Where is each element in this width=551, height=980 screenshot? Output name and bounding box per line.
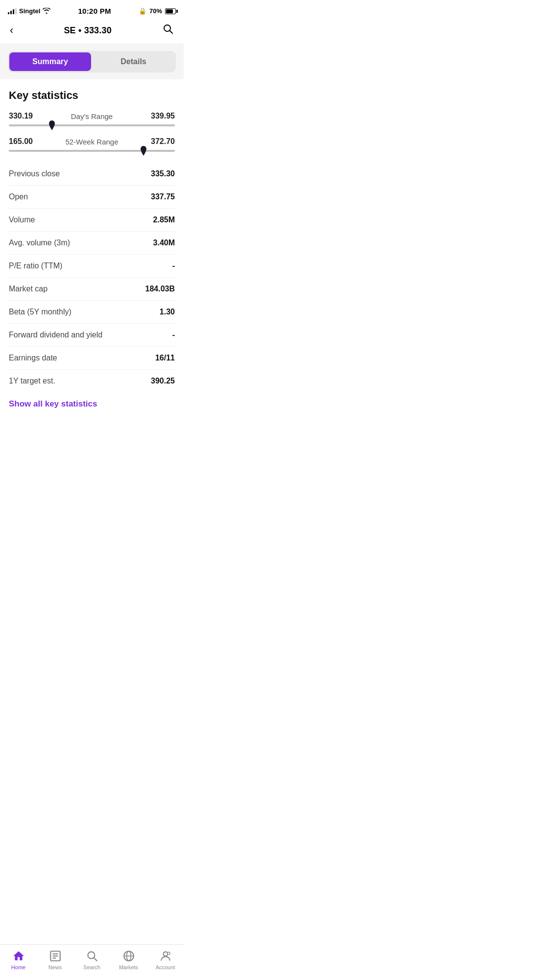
stat-row-open: Open 337.75 (9, 186, 175, 209)
stat-row-pe-ratio: P/E ratio (TTM) - (9, 255, 175, 278)
signal-bars-icon (8, 8, 17, 14)
week-range-track (9, 150, 175, 152)
status-left: Singtel (8, 7, 50, 15)
svg-line-1 (170, 31, 173, 34)
stat-label: Forward dividend and yield (9, 331, 102, 339)
stat-label: Volume (9, 215, 35, 224)
tabs: Summary Details (8, 51, 176, 72)
stat-row-earnings-date: Earnings date 16/11 (9, 347, 175, 370)
stat-label: Previous close (9, 169, 60, 178)
stat-row-market-cap: Market cap 184.03B (9, 278, 175, 301)
stat-value: 3.40M (153, 239, 175, 247)
stat-label: 1Y target est. (9, 377, 55, 385)
stat-label: Market cap (9, 285, 48, 293)
days-range-high: 339.95 (151, 112, 175, 120)
status-time: 10:20 PM (78, 7, 111, 15)
week-range-label: 52-Week Range (65, 138, 118, 146)
header-search-button[interactable] (162, 23, 174, 38)
week-range-low: 165.00 (9, 137, 33, 146)
stat-label: Beta (5Y monthly) (9, 308, 72, 316)
stat-label: Open (9, 192, 28, 201)
lock-icon: 🔒 (139, 7, 146, 15)
status-bar: Singtel 10:20 PM 🔒 70% (0, 0, 184, 19)
main-content: Key statistics 330.19 Day's Range 339.95… (0, 79, 184, 473)
stats-list: Previous close 335.30 Open 337.75 Volume… (9, 163, 175, 392)
days-range-section: 330.19 Day's Range 339.95 (9, 112, 175, 126)
stat-value: 16/11 (155, 354, 175, 362)
stat-row-beta: Beta (5Y monthly) 1.30 (9, 301, 175, 324)
week-range-section: 165.00 52-Week Range 372.70 (9, 137, 175, 152)
stat-value: 2.85M (153, 215, 175, 224)
week-range-header: 165.00 52-Week Range 372.70 (9, 137, 175, 146)
days-range-label: Day's Range (71, 112, 113, 120)
show-all-key-statistics-button[interactable]: Show all key statistics (9, 392, 175, 419)
stat-row-volume: Volume 2.85M (9, 209, 175, 232)
status-right: 🔒 70% (139, 7, 176, 15)
stat-row-target: 1Y target est. 390.25 (9, 370, 175, 392)
back-button[interactable]: ‹ (10, 24, 13, 37)
stat-row-dividend: Forward dividend and yield - (9, 324, 175, 347)
days-range-header: 330.19 Day's Range 339.95 (9, 112, 175, 120)
days-range-low: 330.19 (9, 112, 33, 120)
carrier-label: Singtel (19, 7, 40, 15)
stat-value: - (172, 331, 175, 339)
battery-percent: 70% (149, 7, 162, 15)
stat-label: P/E ratio (TTM) (9, 262, 62, 270)
header: ‹ SE • 333.30 (0, 19, 184, 44)
section-title: Key statistics (9, 89, 175, 102)
tab-details[interactable]: Details (93, 52, 174, 71)
stat-row-avg-volume: Avg. volume (3m) 3.40M (9, 232, 175, 255)
stat-row-previous-close: Previous close 335.30 (9, 163, 175, 186)
week-range-thumb (140, 146, 147, 156)
stat-value: 1.30 (160, 308, 175, 316)
tab-summary[interactable]: Summary (9, 52, 91, 71)
stat-value: 184.03B (145, 285, 175, 293)
stat-label: Avg. volume (3m) (9, 239, 70, 247)
header-title: SE • 333.30 (64, 25, 112, 36)
stat-label: Earnings date (9, 354, 57, 362)
stat-value: 390.25 (151, 377, 175, 385)
days-range-thumb (48, 120, 56, 130)
stat-value: - (172, 262, 175, 270)
week-range-high: 372.70 (151, 137, 175, 146)
stat-value: 337.75 (151, 192, 175, 201)
wifi-icon (43, 7, 50, 15)
days-range-track (9, 124, 175, 126)
battery-icon (165, 8, 176, 14)
stat-value: 335.30 (151, 169, 175, 178)
tabs-container: Summary Details (0, 44, 184, 79)
